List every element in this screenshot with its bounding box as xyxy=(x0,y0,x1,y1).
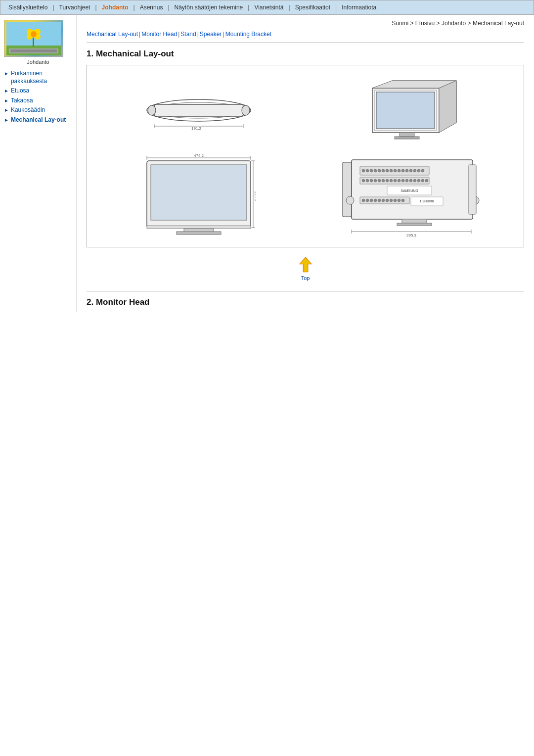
top-arrow-icon xyxy=(296,255,315,275)
svg-point-74 xyxy=(409,179,412,182)
svg-point-56 xyxy=(405,169,408,172)
svg-point-58 xyxy=(413,169,416,172)
svg-rect-10 xyxy=(10,49,57,52)
svg-point-71 xyxy=(398,179,400,182)
sidebar-item-purkaminen[interactable]: ► Purkaminen pakkauksesta xyxy=(4,70,72,85)
arrow-icon: ► xyxy=(4,88,9,94)
sub-nav-monitor-head[interactable]: Monitor Head xyxy=(141,31,177,38)
nav-bar: Sisällysluettelo | Turvaohjeet | Johdant… xyxy=(0,0,534,15)
nav-item-spesifikaatiot[interactable]: Spesifikaatiot xyxy=(291,2,334,12)
svg-rect-34 xyxy=(151,165,247,220)
svg-point-52 xyxy=(390,169,393,172)
top-button[interactable]: Top xyxy=(296,255,315,281)
svg-point-86 xyxy=(378,199,381,202)
svg-rect-27 xyxy=(395,137,419,139)
svg-point-75 xyxy=(413,179,416,182)
svg-rect-98 xyxy=(402,219,427,223)
svg-point-90 xyxy=(394,199,397,202)
svg-point-83 xyxy=(366,199,369,202)
svg-rect-35 xyxy=(147,226,251,229)
svg-rect-2 xyxy=(33,37,34,47)
top-label: Top xyxy=(301,275,310,281)
nav-item-nayton[interactable]: Näytön säätöjen tekemine xyxy=(171,2,247,12)
sub-nav-mechanical[interactable]: Mechanical Lay-out xyxy=(87,31,138,38)
svg-point-92 xyxy=(401,199,404,202)
svg-point-55 xyxy=(401,169,404,172)
svg-point-49 xyxy=(378,169,381,172)
breadcrumb: Suomi > Etusivu > Johdanto > Mechanical … xyxy=(87,20,524,27)
sub-nav-speaker[interactable]: Speaker xyxy=(200,31,222,38)
svg-point-57 xyxy=(409,169,412,172)
svg-point-14 xyxy=(148,105,156,115)
svg-point-54 xyxy=(398,169,400,172)
diagram-box: 191.2 xyxy=(87,65,524,247)
svg-text:474.2: 474.2 xyxy=(194,154,204,158)
svg-rect-13 xyxy=(154,104,243,116)
diagram-cell-rear: SAMSUNG xyxy=(308,152,516,239)
sub-nav-stand[interactable]: Stand xyxy=(180,31,196,38)
front-view-svg: 474.2 319.0 xyxy=(142,154,256,238)
diagram-cell-front: 474.2 319.0 xyxy=(95,152,303,239)
nav-item-turvaohjeet[interactable]: Turvaohjeet xyxy=(55,2,94,12)
main-layout: Johdanto ► Purkaminen pakkauksesta ► Etu… xyxy=(0,15,534,312)
arrow-icon: ► xyxy=(4,107,9,113)
svg-point-66 xyxy=(378,179,381,182)
svg-point-73 xyxy=(405,179,408,182)
svg-point-72 xyxy=(401,179,404,182)
svg-point-88 xyxy=(386,199,389,202)
section1-title: 1. Mechanical Lay-out xyxy=(87,49,524,59)
svg-point-46 xyxy=(366,169,369,172)
sidebar-nav: ► Purkaminen pakkauksesta ► Etuosa ► Tak… xyxy=(4,70,72,124)
svg-point-95 xyxy=(346,196,354,204)
svg-marker-23 xyxy=(439,81,456,133)
svg-point-85 xyxy=(374,199,377,202)
svg-point-87 xyxy=(382,199,385,202)
svg-point-51 xyxy=(386,169,389,172)
svg-text:1,288mm: 1,288mm xyxy=(419,199,434,203)
svg-point-76 xyxy=(417,179,420,182)
svg-point-59 xyxy=(417,169,420,172)
sub-nav-mounting[interactable]: Mounting Bracket xyxy=(225,31,271,38)
svg-point-47 xyxy=(370,169,373,172)
svg-point-62 xyxy=(362,179,365,182)
nav-item-johdanto[interactable]: Johdanto xyxy=(98,2,133,12)
svg-point-78 xyxy=(425,179,428,182)
sidebar-link-kaukosaadin[interactable]: Kaukosäädin xyxy=(11,106,45,114)
top-link[interactable]: Top xyxy=(87,255,524,281)
sidebar-link-mechanical[interactable]: Mechanical Lay-out xyxy=(11,116,66,124)
svg-point-70 xyxy=(394,179,397,182)
sidebar-item-mechanical[interactable]: ► Mechanical Lay-out xyxy=(4,116,72,124)
arrow-icon: ► xyxy=(4,98,9,103)
nav-item-vianetsinta[interactable]: Vianetsintä xyxy=(250,2,287,12)
svg-point-45 xyxy=(362,169,365,172)
nav-item-informaatiota[interactable]: Informaatiota xyxy=(338,2,380,12)
svg-point-63 xyxy=(366,179,369,182)
nav-item-sisallysluettelo[interactable]: Sisällysluettelo xyxy=(4,2,51,12)
divider-bottom xyxy=(87,291,524,291)
sidebar-logo-label: Johdanto xyxy=(4,59,72,65)
svg-point-77 xyxy=(421,179,424,182)
arrow-icon: ► xyxy=(4,117,9,123)
nav-item-asennus[interactable]: Asennus xyxy=(136,2,167,12)
svg-point-50 xyxy=(382,169,385,172)
svg-rect-99 xyxy=(397,223,432,226)
svg-point-8 xyxy=(31,31,37,37)
svg-point-48 xyxy=(374,169,377,172)
svg-point-65 xyxy=(374,179,377,182)
svg-point-84 xyxy=(370,199,373,202)
svg-point-82 xyxy=(362,199,365,202)
top-view-svg: 191.2 xyxy=(139,91,258,130)
perspective-svg xyxy=(357,73,466,147)
sidebar-item-etuosa[interactable]: ► Etuosa xyxy=(4,87,72,95)
svg-rect-24 xyxy=(376,92,435,129)
sidebar-item-kaukosaadin[interactable]: ► Kaukosäädin xyxy=(4,106,72,114)
svg-point-67 xyxy=(382,179,385,182)
sidebar-item-takaosa[interactable]: ► Takaosa xyxy=(4,97,72,105)
svg-point-15 xyxy=(242,105,250,115)
sidebar-link-purkaminen[interactable]: Purkaminen pakkauksesta xyxy=(11,70,72,85)
svg-point-69 xyxy=(390,179,393,182)
sidebar-link-takaosa[interactable]: Takaosa xyxy=(11,97,33,105)
sidebar-link-etuosa[interactable]: Etuosa xyxy=(11,87,29,95)
svg-point-91 xyxy=(398,199,400,202)
section2-title: 2. Monitor Head xyxy=(87,297,524,307)
